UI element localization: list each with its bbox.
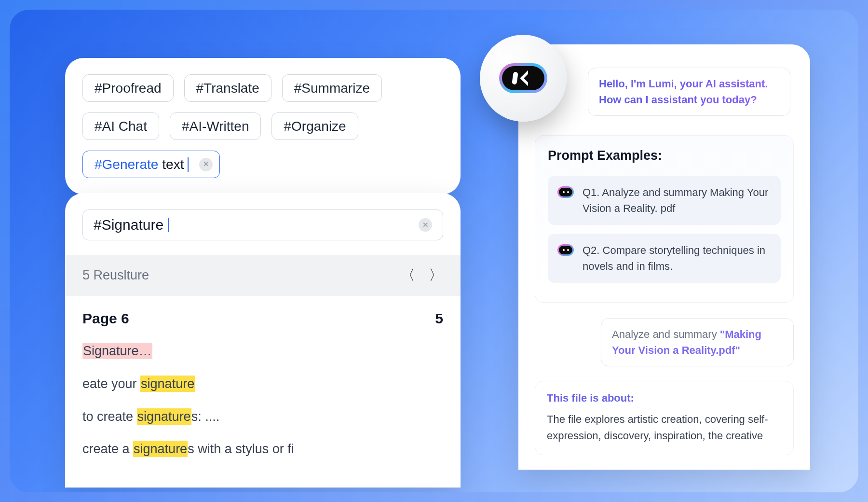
match-text: create a — [82, 442, 133, 456]
avatar-face-icon — [499, 63, 547, 93]
user-message: Analyze and summary "Making Your Vision … — [601, 318, 794, 366]
tag-summarize[interactable]: #Summarize — [282, 74, 382, 102]
match-text: s: .... — [191, 409, 220, 424]
match-line[interactable]: eate your signature — [82, 375, 443, 393]
example-prompt[interactable]: Q1. Analyze and summary Making Your Visi… — [548, 176, 781, 225]
response-body: The file explores artistic creation, cov… — [547, 411, 782, 444]
assistant-avatar[interactable] — [480, 35, 567, 122]
search-query-text: #Signature — [94, 217, 163, 233]
results-count-label: 5 Reuslture — [82, 268, 149, 283]
match-line[interactable]: create a signatures with a stylus or fi — [82, 440, 443, 459]
generate-command: #Generate — [95, 156, 158, 173]
page-header: Page 6 5 — [65, 296, 461, 333]
clear-icon[interactable]: ✕ — [419, 218, 432, 232]
highlight: signature — [137, 408, 191, 425]
match-text: eate your — [82, 376, 140, 391]
user-message-text: Analyze and summary — [612, 328, 720, 340]
highlight: signature — [133, 441, 188, 457]
examples-title: Prompt Examples: — [548, 148, 781, 163]
text-cursor — [168, 218, 169, 232]
response-title: This file is about: — [547, 392, 782, 404]
assistant-greeting: Hello, I'm Lumi, your AI assistant. How … — [588, 68, 790, 116]
clear-icon[interactable]: ✕ — [199, 158, 213, 171]
page-match-count: 5 — [435, 310, 443, 327]
tag-translate[interactable]: #Translate — [184, 74, 271, 102]
tag-proofread[interactable]: #Proofread — [82, 74, 174, 102]
results-header: 5 Reuslture 〈 〉 — [65, 255, 461, 296]
search-results-panel: #Signature ✕ 5 Reuslture 〈 〉 Page 6 5 Si… — [65, 193, 461, 488]
match-text: to create — [82, 409, 137, 424]
assistant-response: This file is about: The file explores ar… — [535, 381, 794, 455]
match-line[interactable]: to create signatures: .... — [82, 408, 443, 426]
prev-result-icon[interactable]: 〈 — [401, 265, 415, 285]
canvas: #Proofread #Translate #Summarize #AI Cha… — [10, 10, 858, 492]
example-text: Q2. Compare storytelling techniques in n… — [583, 242, 771, 274]
text-cursor — [188, 157, 189, 172]
page-title: Page 6 — [82, 310, 129, 327]
search-row: #Signature ✕ — [65, 193, 461, 255]
prompt-examples-card: Prompt Examples: Q1. Analyze and summary… — [535, 135, 794, 303]
ai-chat-panel: Hello, I'm Lumi, your AI assistant. How … — [518, 44, 810, 470]
match-list: Signature… eate your signature to create… — [65, 333, 461, 488]
tag-ai-chat[interactable]: #AI Chat — [82, 112, 159, 140]
example-prompt[interactable]: Q2. Compare storytelling techniques in n… — [548, 234, 781, 283]
search-input[interactable]: #Signature ✕ — [82, 209, 443, 240]
assistant-mini-icon — [557, 244, 574, 256]
match-line[interactable]: Signature… — [82, 342, 443, 361]
tag-generate-input[interactable]: #Generate text ✕ — [82, 151, 220, 178]
highlight: signature — [140, 376, 195, 392]
highlight-active: Signature… — [82, 343, 152, 359]
tag-panel: #Proofread #Translate #Summarize #AI Cha… — [65, 58, 461, 195]
tag-ai-written[interactable]: #AI-Written — [170, 112, 261, 140]
match-text: s with a stylus or fi — [188, 442, 294, 456]
example-text: Q1. Analyze and summary Making Your Visi… — [583, 184, 771, 216]
assistant-mini-icon — [557, 186, 574, 198]
generate-typed-text: text — [162, 156, 184, 173]
results-nav: 〈 〉 — [401, 265, 443, 285]
tag-organize[interactable]: #Organize — [271, 112, 358, 140]
next-result-icon[interactable]: 〉 — [429, 265, 443, 285]
